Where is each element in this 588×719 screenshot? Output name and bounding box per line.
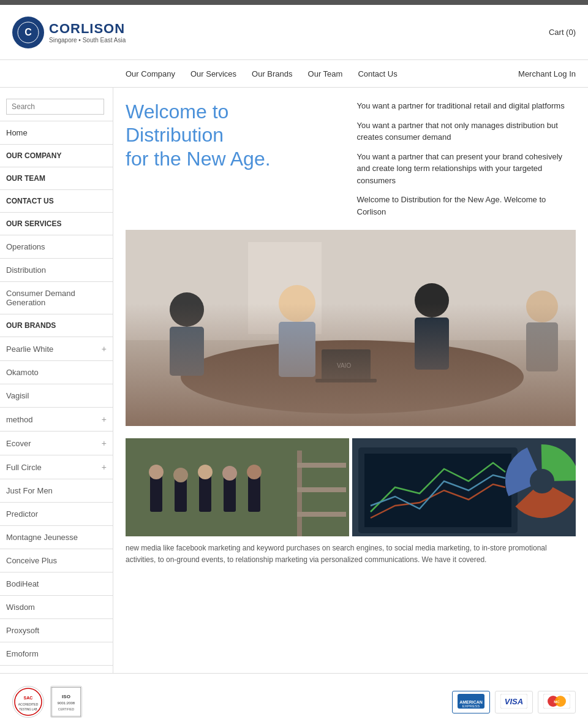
svg-rect-31 xyxy=(297,487,346,492)
sidebar-item-bodiheat[interactable]: BodiHeat xyxy=(0,574,113,594)
welcome-tagline: Welcome to Distribution for the New Age.… xyxy=(357,194,576,218)
warehouse-image xyxy=(126,438,349,536)
sidebar-item-distribution[interactable]: Distribution xyxy=(0,260,113,280)
divider-4 xyxy=(0,189,113,190)
sidebar-item-method[interactable]: method + xyxy=(0,409,113,430)
welcome-bullet-2: You want a partner that not only manages… xyxy=(357,120,576,143)
nav-our-brands[interactable]: Our Brands xyxy=(252,69,292,78)
divider-23 xyxy=(0,642,113,642)
main-content: Welcome to Distribution for the New Age.… xyxy=(113,88,588,673)
divider-9 xyxy=(0,314,113,314)
svg-rect-30 xyxy=(297,463,346,468)
nav-our-company[interactable]: Our Company xyxy=(126,69,175,78)
logo-area[interactable]: C CORLISON Singapore • South East Asia xyxy=(12,17,126,48)
merchant-login-link[interactable]: Merchant Log In xyxy=(518,69,576,78)
sidebar-item-okamoto[interactable]: Okamoto xyxy=(0,362,113,382)
svg-text:MC: MC xyxy=(554,700,560,704)
cart-button[interactable]: Cart (0) xyxy=(549,28,576,37)
divider-16 xyxy=(0,479,113,479)
payment-icons: AMERICAN EXPRESS VISA MC xyxy=(452,691,576,713)
sidebar-search-area xyxy=(0,94,113,120)
nav-contact-us[interactable]: Contact Us xyxy=(358,69,397,78)
divider-24 xyxy=(0,665,113,666)
sidebar-item-our-brands[interactable]: OUR BRANDS xyxy=(0,316,113,335)
footer: SAC ACCREDITED TESTING LAB ISO 9001:2008… xyxy=(0,673,588,719)
divider-6 xyxy=(0,235,113,235)
divider-2 xyxy=(0,144,113,145)
sidebar-item-contact-us[interactable]: CONTACT US xyxy=(0,191,113,211)
divider-7 xyxy=(0,258,113,259)
sidebar-item-wisdom[interactable]: Wisdom xyxy=(0,597,113,617)
sidebar-item-our-services[interactable]: OUR SERVICES xyxy=(0,214,113,234)
mastercard-badge: MC xyxy=(538,691,576,713)
svg-text:C: C xyxy=(24,27,32,37)
svg-rect-9 xyxy=(279,322,315,377)
nav-our-services[interactable]: Our Services xyxy=(190,69,236,78)
svg-rect-15 xyxy=(315,379,377,382)
svg-point-3 xyxy=(181,340,524,414)
svg-rect-11 xyxy=(415,318,449,370)
logo-icon: C xyxy=(12,17,44,48)
search-input[interactable] xyxy=(6,99,104,115)
svg-text:VISA: VISA xyxy=(505,697,523,706)
nav-our-team[interactable]: Our Team xyxy=(308,69,343,78)
sidebar-item-pearlie-white[interactable]: Pearlie White + xyxy=(0,338,113,359)
svg-text:9001:2008: 9001:2008 xyxy=(58,701,75,705)
svg-rect-13 xyxy=(526,322,558,371)
welcome-bullet-1: You want a partner for traditional retai… xyxy=(357,100,576,112)
sidebar-item-ecover[interactable]: Ecover + xyxy=(0,433,113,454)
logo-name: CORLISON xyxy=(49,21,126,37)
svg-text:SAC: SAC xyxy=(24,696,33,700)
sidebar-item-our-team[interactable]: OUR TEAM xyxy=(0,169,113,188)
sidebar-item-predictor[interactable]: Predictor xyxy=(0,504,113,524)
divider-15 xyxy=(0,455,113,455)
bottom-images-section xyxy=(126,438,576,536)
sidebar-item-full-circle[interactable]: Full Circle + xyxy=(0,457,113,477)
expand-full-circle-icon[interactable]: + xyxy=(102,462,107,472)
sidebar-item-montagne-jeunesse[interactable]: Montagne Jeunesse xyxy=(0,527,113,547)
expand-ecover-icon[interactable]: + xyxy=(102,438,107,448)
welcome-section: Welcome to Distribution for the New Age.… xyxy=(126,100,576,218)
svg-point-12 xyxy=(526,291,558,322)
svg-point-6 xyxy=(170,292,204,327)
bottom-description: new media like facebook marketing and ke… xyxy=(126,542,576,566)
svg-text:ACCREDITED: ACCREDITED xyxy=(18,702,39,706)
svg-rect-7 xyxy=(170,327,204,376)
sidebar-item-emoform[interactable]: Emoform xyxy=(0,644,113,664)
sidebar: Home OUR COMPANY OUR TEAM CONTACT US OUR… xyxy=(0,88,113,673)
expand-method-icon[interactable]: + xyxy=(102,414,107,424)
welcome-bullet-3: You want a partner that can present your… xyxy=(357,151,576,187)
divider-18 xyxy=(0,525,113,526)
sidebar-item-just-for-men[interactable]: Just For Men xyxy=(0,481,113,501)
divider-1 xyxy=(0,121,113,121)
svg-rect-32 xyxy=(297,512,346,517)
svg-text:VAIO: VAIO xyxy=(337,362,351,369)
header: C CORLISON Singapore • South East Asia C… xyxy=(0,5,588,60)
svg-point-20 xyxy=(149,465,164,479)
svg-point-24 xyxy=(198,465,213,479)
expand-pearlie-white-icon[interactable]: + xyxy=(102,344,107,354)
svg-rect-19 xyxy=(150,475,162,512)
logo-sub: Singapore • South East Asia xyxy=(49,37,126,44)
divider-17 xyxy=(0,502,113,503)
svg-rect-27 xyxy=(248,475,260,512)
svg-rect-25 xyxy=(224,476,236,512)
sidebar-item-our-company[interactable]: OUR COMPANY xyxy=(0,146,113,165)
welcome-heading: Welcome to Distribution for the New Age. xyxy=(126,100,345,170)
sidebar-item-home[interactable]: Home xyxy=(0,123,113,143)
svg-point-8 xyxy=(279,285,315,322)
iso-cert-badge: ISO 9001:2008 CERTIFIED xyxy=(50,686,82,718)
divider-5 xyxy=(0,212,113,213)
svg-rect-21 xyxy=(175,478,187,512)
svg-point-41 xyxy=(15,688,42,715)
svg-point-22 xyxy=(173,468,188,482)
sidebar-item-operations[interactable]: Operations xyxy=(0,237,113,257)
sidebar-item-conceive-plus[interactable]: Conceive Plus xyxy=(0,550,113,571)
divider-12 xyxy=(0,384,113,384)
analytics-image xyxy=(352,438,576,536)
main-nav: Our Company Our Services Our Brands Our … xyxy=(0,60,588,88)
sidebar-item-consumer-demand[interactable]: Consumer Demand Generation xyxy=(0,283,113,313)
sidebar-item-vagisil[interactable]: Vagisil xyxy=(0,386,113,406)
divider-11 xyxy=(0,360,113,361)
sidebar-item-proxysoft[interactable]: Proxysoft xyxy=(0,620,113,641)
